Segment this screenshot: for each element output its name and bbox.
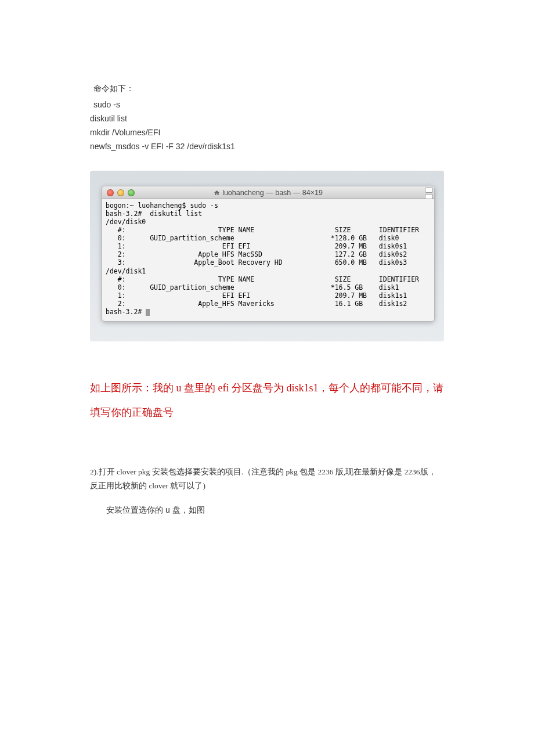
command-mkdir: mkdir /Volumes/EFI (90, 126, 444, 140)
output-line: bash-3.2# diskutil list (106, 210, 202, 218)
commands-intro: 命令如下： (90, 81, 444, 96)
output-line: 1: EFI EFI 209.7 MB disk1s1 (106, 291, 407, 300)
terminal-title: luohancheng — bash — 84×19 (102, 189, 434, 197)
close-icon[interactable] (107, 189, 114, 196)
output-line: 2: Apple_HFS MacSSD 127.2 GB disk0s2 (106, 250, 407, 258)
tab-icon[interactable] (425, 194, 433, 199)
output-line: /dev/disk0 (106, 218, 146, 226)
output-line: 3: Apple_Boot Recovery HD 650.0 MB disk0… (106, 258, 407, 267)
minimize-icon[interactable] (117, 189, 124, 196)
terminal-output: bogon:~ luohancheng$ sudo -s bash-3.2# d… (102, 199, 434, 321)
step-2-text: 2).打开 clover pkg 安装包选择要安装的项目.（注意我的 pkg 包… (90, 465, 444, 494)
install-location-text: 安装位置选你的 u 盘，如图 (90, 505, 444, 516)
warning-note: 如上图所示：我的 u 盘里的 efi 分区盘号为 disk1s1，每个人的都可能… (90, 376, 444, 424)
output-line: #: TYPE NAME SIZE IDENTIFIER (106, 226, 419, 234)
command-diskutil: diskutil list (90, 112, 444, 126)
terminal-window: luohancheng — bash — 84×19 bogon:~ luoha… (102, 186, 435, 322)
terminal-screenshot: luohancheng — bash — 84×19 bogon:~ luoha… (90, 171, 444, 341)
cursor-icon (146, 309, 150, 316)
output-line: /dev/disk1 (106, 267, 146, 275)
output-line: bash-3.2# (106, 308, 146, 316)
output-line: 2: Apple_HFS Mavericks 16.1 GB disk1s2 (106, 300, 407, 308)
output-line: 1: EFI EFI 209.7 MB disk0s1 (106, 242, 407, 250)
command-sudo: sudo -s (90, 98, 444, 112)
output-line: bogon:~ luohancheng$ sudo -s (106, 201, 218, 210)
command-newfs: newfs_msdos -v EFI -F 32 /dev/rdisk1s1 (90, 140, 444, 154)
output-line: 0: GUID_partition_scheme *16.5 GB disk1 (106, 283, 399, 291)
output-line: #: TYPE NAME SIZE IDENTIFIER (106, 275, 419, 283)
document-page: 命令如下： sudo -s diskutil list mkdir /Volum… (0, 0, 534, 550)
tab-icon[interactable] (425, 188, 433, 193)
terminal-titlebar: luohancheng — bash — 84×19 (102, 186, 434, 199)
home-icon (214, 190, 220, 196)
output-line: 0: GUID_partition_scheme *128.0 GB disk0 (106, 234, 399, 242)
maximize-icon[interactable] (128, 189, 135, 196)
